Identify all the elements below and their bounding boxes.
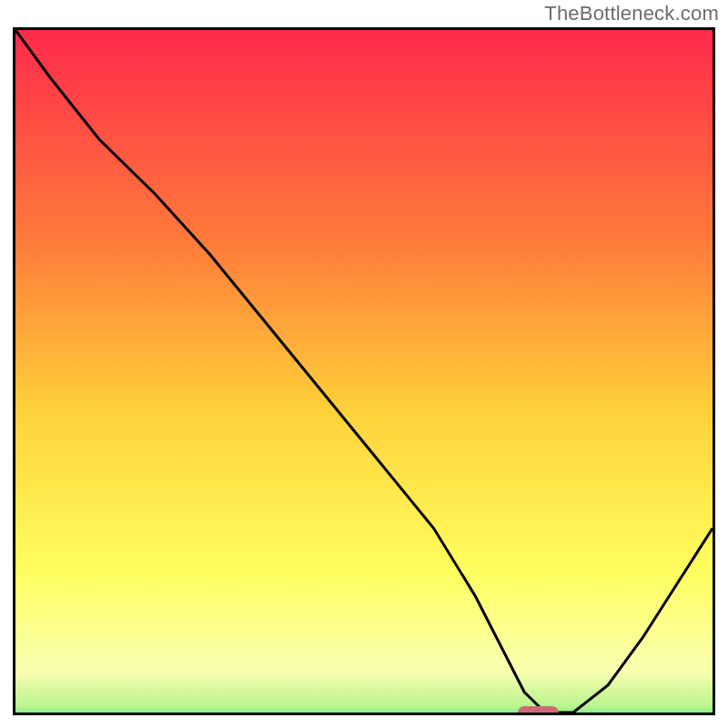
watermark-text: TheBottleneck.com xyxy=(544,2,719,25)
bottleneck-curve xyxy=(15,30,713,713)
chart-frame: TheBottleneck.com xyxy=(0,0,728,728)
optimal-marker xyxy=(518,706,560,715)
plot-area xyxy=(13,27,715,715)
